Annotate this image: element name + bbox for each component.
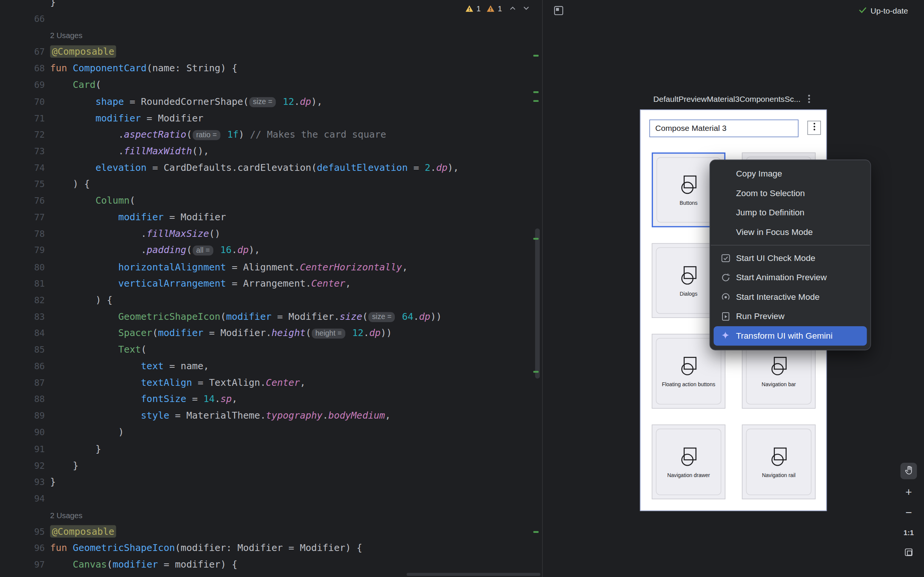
line-number[interactable]: 78: [0, 226, 45, 242]
line-number[interactable]: 69: [0, 77, 45, 93]
code-line[interactable]: 90 ): [0, 424, 534, 441]
code-line[interactable]: 89 style = MaterialTheme.typography.body…: [0, 408, 534, 424]
code-line[interactable]: 84 Spacer(modifier = Modifier.height(hei…: [0, 325, 534, 342]
code-line[interactable]: 76 Column(: [0, 193, 534, 209]
zoom-actual-button[interactable]: 1:1: [901, 525, 917, 541]
line-number[interactable]: 96: [0, 540, 45, 557]
code-line[interactable]: 69 Card(: [0, 77, 534, 93]
code-line[interactable]: 2 Usages: [0, 27, 534, 44]
line-number[interactable]: 95: [0, 524, 45, 540]
menu-item-start-ui-check-mode[interactable]: Start UI Check Mode: [714, 248, 867, 268]
chevron-down-icon[interactable]: [521, 3, 531, 14]
code-line[interactable]: 66: [0, 11, 534, 27]
line-number[interactable]: 79: [0, 242, 45, 259]
code-text: }: [45, 457, 79, 474]
zoom-out-button[interactable]: −: [901, 504, 917, 521]
menu-item-view-in-focus-mode[interactable]: View in Focus Mode: [714, 222, 867, 242]
line-number[interactable]: 87: [0, 374, 45, 391]
code-line[interactable]: 86 text = name,: [0, 358, 534, 374]
code-line[interactable]: 83 GeometricShapeIcon(modifier = Modifie…: [0, 308, 534, 325]
line-number[interactable]: 85: [0, 341, 45, 358]
usages-inlay-hint[interactable]: 2 Usages: [50, 511, 82, 520]
code-line[interactable]: 79 .padding(all = 16.dp),: [0, 242, 534, 259]
component-card[interactable]: Navigation drawer: [652, 425, 725, 499]
code-line[interactable]: 2 Usages: [0, 507, 534, 524]
line-number[interactable]: 73: [0, 143, 45, 160]
code-line[interactable]: 87 textAlign = TextAlign.Center,: [0, 374, 534, 391]
line-number[interactable]: 72: [0, 126, 45, 143]
code-line[interactable]: 80 horizontalAlignment = Alignment.Cente…: [0, 259, 534, 275]
chevron-up-icon[interactable]: [507, 3, 518, 14]
line-number[interactable]: 80: [0, 259, 45, 275]
zoom-fit-button[interactable]: [901, 545, 917, 562]
pan-button[interactable]: [901, 463, 917, 479]
app-title-field[interactable]: Compose Material 3: [649, 119, 798, 137]
code-line[interactable]: 85 Text(: [0, 341, 534, 358]
line-number[interactable]: 68: [0, 60, 45, 77]
code-line[interactable]: 93}: [0, 474, 534, 490]
code-line[interactable]: 95@Composable: [0, 524, 534, 540]
editor-horizontal-scrollbar[interactable]: [407, 573, 540, 576]
code-line[interactable]: 81 verticalArrangement = Arrangement.Cen…: [0, 275, 534, 292]
code-line[interactable]: 72 .aspectRatio(ratio = 1f) // Makes the…: [0, 126, 534, 143]
line-number[interactable]: 92: [0, 457, 45, 474]
code-line[interactable]: 73 .fillMaxWidth(),: [0, 143, 534, 160]
code-editor[interactable]: }662 Usages67@Composable68fun ComponentC…: [0, 0, 542, 577]
menu-item-transform-ui-with-gemini[interactable]: Transform UI with Gemini: [714, 326, 867, 346]
line-number[interactable]: 71: [0, 110, 45, 126]
code-line[interactable]: 74 elevation = CardDefaults.cardElevatio…: [0, 160, 534, 176]
line-number[interactable]: 97: [0, 557, 45, 573]
line-number[interactable]: 77: [0, 209, 45, 226]
line-number[interactable]: 86: [0, 358, 45, 374]
line-number[interactable]: 74: [0, 160, 45, 176]
code-line[interactable]: 77 modifier = Modifier: [0, 209, 534, 226]
code-line[interactable]: 67@Composable: [0, 44, 534, 60]
line-number[interactable]: 89: [0, 408, 45, 424]
kebab-icon[interactable]: [805, 94, 813, 104]
line-number[interactable]: 82: [0, 292, 45, 308]
line-number[interactable]: 83: [0, 308, 45, 325]
code-line[interactable]: 92 }: [0, 457, 534, 474]
zoom-in-button[interactable]: +: [901, 484, 917, 500]
card-label: Navigation drawer: [667, 472, 710, 478]
line-number[interactable]: 93: [0, 474, 45, 490]
code-line[interactable]: 96fun GeometricShapeIcon(modifier: Modif…: [0, 540, 534, 557]
menu-item-copy-image[interactable]: Copy Image: [714, 164, 867, 184]
code-line[interactable]: 94: [0, 490, 534, 507]
usages-inlay-hint[interactable]: 2 Usages: [50, 31, 82, 40]
line-number[interactable]: [0, 0, 45, 11]
code-line[interactable]: 71 modifier = Modifier: [0, 110, 534, 126]
line-number[interactable]: 67: [0, 44, 45, 60]
line-number[interactable]: 94: [0, 490, 45, 507]
code-line[interactable]: 88 fontSize = 14.sp,: [0, 391, 534, 408]
menu-item-start-interactive-mode[interactable]: Start Interactive Mode: [714, 287, 867, 307]
code-line[interactable]: }: [0, 0, 534, 11]
code-line[interactable]: 78 .fillMaxSize(): [0, 226, 534, 242]
line-number[interactable]: 91: [0, 441, 45, 458]
line-number[interactable]: [0, 27, 45, 44]
code-line[interactable]: 68fun ComponentCard(name: String) {: [0, 60, 534, 77]
line-number[interactable]: [0, 507, 45, 524]
component-card[interactable]: Navigation rail: [742, 425, 816, 499]
code-line[interactable]: 97 Canvas(modifier = modifier) {: [0, 557, 534, 573]
line-number[interactable]: 70: [0, 93, 45, 110]
layout-preview-icon[interactable]: [552, 5, 564, 16]
line-number[interactable]: 66: [0, 11, 45, 27]
menu-item-zoom-to-selection[interactable]: Zoom to Selection: [714, 184, 867, 203]
menu-item-jump-to-definition[interactable]: Jump to Definition: [714, 203, 867, 223]
line-number[interactable]: 88: [0, 391, 45, 408]
line-number[interactable]: 76: [0, 193, 45, 209]
line-number[interactable]: 81: [0, 275, 45, 292]
inspections-widget[interactable]: 1 1: [465, 3, 531, 14]
menu-item-start-animation-preview[interactable]: Start Animation Preview: [714, 268, 867, 287]
overflow-button[interactable]: [808, 121, 821, 135]
line-number[interactable]: 84: [0, 325, 45, 342]
line-number[interactable]: 75: [0, 176, 45, 193]
code-line[interactable]: 82 ) {: [0, 292, 534, 308]
editor-vertical-scrollbar[interactable]: [535, 229, 540, 379]
line-number[interactable]: 90: [0, 424, 45, 441]
code-line[interactable]: 70 shape = RoundedCornerShape(size = 12.…: [0, 93, 534, 110]
code-line[interactable]: 75 ) {: [0, 176, 534, 193]
menu-item-run-preview[interactable]: Run Preview: [714, 306, 867, 326]
code-line[interactable]: 91 }: [0, 441, 534, 458]
